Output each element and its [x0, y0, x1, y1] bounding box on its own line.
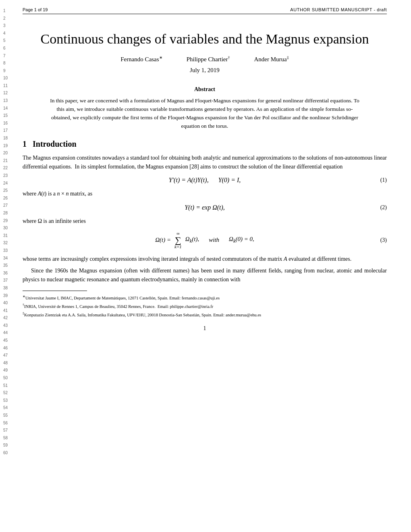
paragraph-5: Since the 1960s the Magnus expansion (of…: [23, 266, 387, 284]
publication-date: July 1, 2019: [23, 67, 387, 74]
paragraph-3: where Ω is an infinite series: [23, 217, 387, 226]
equation-1: Y′(t) = A(t)Y(t), Y(0) = I, (1): [23, 177, 387, 184]
summation-symbol: ∞ ∑ k=1: [174, 231, 182, 249]
author-3: Ander Murua‡: [254, 55, 289, 63]
equation-2-number: (2): [380, 204, 387, 211]
equation-3-content: Ω(t) = ∞ ∑ k=1 Ωk(t), with Ωk(0) = 0,: [23, 231, 387, 249]
footnote-2: †INRIA, Université de Rennes 1, Campus d…: [23, 303, 387, 310]
footnote-3: ‡Konputazio Zientziak eta A.A. Saila, In…: [23, 311, 387, 318]
author-3-superscript: ‡: [287, 55, 289, 60]
section-1-title: 1 Introduction: [23, 139, 387, 149]
page-footer: 1: [23, 325, 387, 332]
equation-3-number: (3): [380, 237, 387, 243]
manuscript-label: AUTHOR SUBMITTED MANUSCRIPT - draft: [290, 7, 387, 12]
equation-3: Ω(t) = ∞ ∑ k=1 Ωk(t), with Ωk(0) = 0, (3…: [23, 231, 387, 249]
footnote-1: ∗Universitat Jaume I, IMAC, Departament …: [23, 294, 387, 301]
author-2-superscript: †: [228, 55, 230, 60]
body-text-4: whose terms are increasingly complex exp…: [23, 255, 387, 284]
body-text-2: where A(t) is a n × n matrix, as: [23, 189, 387, 198]
author-1: Fernando Casas∗: [120, 55, 162, 63]
section-number: 1: [23, 139, 27, 148]
equation-2: Y(t) = exp Ω(t), (2): [23, 204, 387, 211]
footnote-1-mark: ∗: [23, 295, 25, 298]
page-container: Page 1 of 19 AUTHOR SUBMITTED MANUSCRIPT…: [15, 0, 411, 457]
page-number: Page 1 of 19: [23, 7, 48, 12]
abstract-section: Abstract In this paper, we are concerned…: [47, 85, 363, 131]
author-1-superscript: ∗: [159, 55, 162, 60]
author-2: Philippe Chartier†: [187, 55, 230, 63]
paragraph-2: where A(t) is a n × n matrix, as: [23, 189, 387, 198]
page-header: Page 1 of 19 AUTHOR SUBMITTED MANUSCRIPT…: [23, 7, 387, 14]
line-numbers: 12345 678910 1112131415 1617181920 21222…: [0, 0, 15, 457]
equation-2-content: Y(t) = exp Ω(t),: [23, 204, 387, 211]
section-heading: Introduction: [33, 139, 77, 148]
title-section: Continuous changes of variables and the …: [23, 30, 387, 74]
equation-1-content: Y′(t) = A(t)Y(t), Y(0) = I,: [23, 177, 387, 184]
paper-title: Continuous changes of variables and the …: [23, 30, 387, 48]
abstract-text: In this paper, we are concerned with a f…: [47, 97, 363, 131]
authors-list: Fernando Casas∗ Philippe Chartier† Ander…: [23, 55, 387, 63]
footer-page-number: 1: [203, 325, 206, 331]
footnote-2-mark: †: [23, 303, 24, 307]
abstract-title: Abstract: [47, 85, 363, 94]
footnotes: ∗Universitat Jaume I, IMAC, Departament …: [23, 294, 387, 318]
body-text: The Magnus expansion constitutes nowaday…: [23, 154, 387, 171]
section-1: 1 Introduction The Magnus expansion cons…: [23, 139, 387, 284]
paragraph-1: The Magnus expansion constitutes nowaday…: [23, 154, 387, 171]
paragraph-4: whose terms are increasingly complex exp…: [23, 255, 387, 264]
footnote-3-mark: ‡: [23, 312, 24, 315]
equation-1-number: (1): [380, 177, 387, 183]
footnote-divider: [23, 291, 87, 291]
body-text-3: where Ω is an infinite series: [23, 217, 387, 226]
